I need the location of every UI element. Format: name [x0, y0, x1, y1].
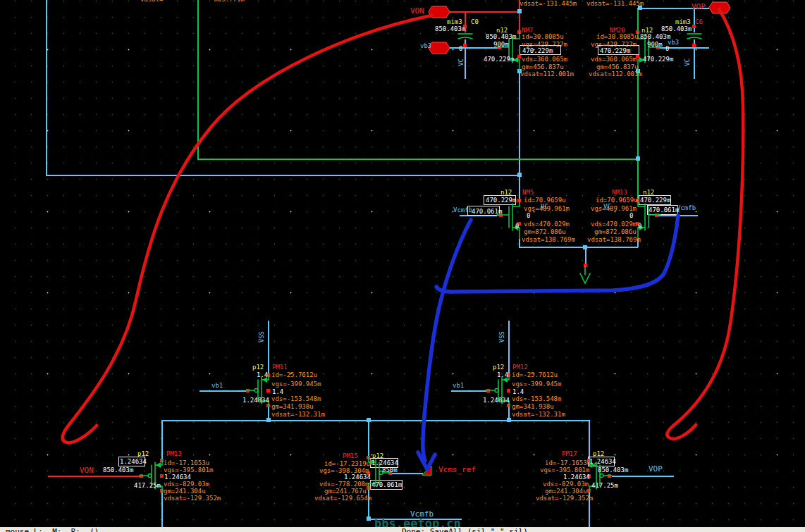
param-label[interactable]: vgs=-395.801m — [164, 466, 213, 474]
wire-junction[interactable] — [266, 418, 271, 422]
value-label[interactable]: 0 — [527, 212, 530, 219]
value-label[interactable]: 850.403m — [103, 466, 133, 474]
param-label[interactable]: gm=456.837u — [522, 63, 564, 70]
param-label[interactable]: gm=872.086u — [594, 228, 637, 235]
param-label[interactable]: vdsat=-131.445m — [586, 0, 644, 7]
wire-segment[interactable] — [612, 476, 674, 477]
value-label[interactable]: 1.24834 — [483, 397, 510, 404]
value-label[interactable]: 470.229m — [600, 47, 630, 54]
value-label[interactable]: 0 — [459, 45, 462, 52]
net-label-vss-left[interactable]: VSS — [258, 331, 265, 342]
pin-vb3[interactable] — [429, 42, 450, 54]
wire-segment[interactable] — [48, 476, 140, 477]
value-label[interactable]: 0 — [515, 223, 519, 230]
value-label[interactable]: 850.403m — [640, 33, 670, 40]
pin-vcms_ref[interactable] — [422, 465, 433, 476]
param-label[interactable]: vds=-153.548m — [271, 395, 321, 402]
value-label[interactable]: 470.061m — [472, 208, 502, 215]
param-label[interactable]: gm=341.938u — [271, 403, 314, 410]
param-label[interactable]: vds=470.029m — [524, 221, 570, 228]
instance-pm12[interactable]: PM12 — [512, 364, 528, 371]
clipped-top-label[interactable]: -805.771m — [210, 0, 245, 3]
value-label[interactable]: 470.229m — [522, 47, 553, 54]
value-label[interactable]: 0 — [665, 45, 669, 52]
net-label-von-bottom[interactable]: VON — [80, 466, 94, 475]
net-label[interactable]: VC — [603, 203, 611, 210]
wire-segment[interactable] — [637, 71, 639, 199]
model-label[interactable]: n12 — [500, 189, 512, 196]
wire-segment[interactable] — [46, 0, 47, 175]
net-label-vss-right[interactable]: VSS — [498, 331, 505, 342]
model-label[interactable]: p12 — [252, 364, 264, 371]
net-label-vcmfb-right[interactable]: Vcmfb — [677, 204, 696, 211]
value-label[interactable]: 1.24834 — [242, 397, 269, 404]
clipped-top-label[interactable]: vdsat= — [140, 0, 164, 3]
wire-segment[interactable] — [199, 390, 246, 392]
ground-arrow-icon[interactable] — [579, 266, 591, 285]
wire-segment[interactable] — [637, 8, 639, 32]
wire-junction[interactable] — [517, 173, 522, 177]
param-label[interactable]: vds=-778.208m — [319, 481, 369, 488]
value-label[interactable]: 470.061m — [649, 206, 679, 214]
param-label[interactable]: vdsat=-132.31m — [512, 411, 565, 418]
wire-segment[interactable] — [161, 420, 163, 459]
transistor-nm13[interactable] — [637, 199, 660, 239]
transistor-nm5[interactable] — [497, 199, 521, 239]
net-label-vcmfb-left[interactable]: Vcmfb — [453, 206, 472, 214]
param-label[interactable]: vds=-153.548m — [512, 395, 561, 402]
value-label[interactable]: 1.24634 — [371, 459, 398, 466]
param-label[interactable]: vdsat=138.769m — [522, 236, 575, 243]
wire-segment[interactable] — [46, 175, 520, 176]
param-label[interactable]: vdsat=-129.352m — [536, 495, 593, 502]
instance-pm13[interactable]: PM13 — [166, 450, 182, 457]
param-label[interactable]: vdsat=-131.445m — [520, 0, 577, 7]
param-label[interactable]: vdsat=138.769m — [587, 236, 641, 243]
device-pin-square[interactable] — [463, 44, 467, 47]
wire-segment[interactable] — [197, 159, 638, 160]
wire-segment[interactable] — [451, 390, 486, 392]
value-label[interactable]: 1.4 — [497, 371, 508, 378]
param-label[interactable]: gm=241.767u — [324, 488, 367, 495]
model-label[interactable]: mim3 — [447, 18, 462, 25]
value-label[interactable]: 1.4 — [272, 388, 283, 395]
param-label[interactable]: vds=360.065m — [522, 56, 567, 63]
net-label[interactable]: VC — [541, 203, 548, 210]
wire-segment[interactable] — [656, 215, 698, 216]
param-label[interactable]: vgs=-399.945m — [512, 381, 561, 388]
wire-junction[interactable] — [583, 245, 587, 249]
value-label[interactable]: 1.24634 — [120, 458, 147, 465]
net-label-vb3-right[interactable]: vb3 — [668, 39, 679, 46]
param-label[interactable]: gm=456.837u — [596, 63, 639, 70]
param-label[interactable]: vdsat=-132.31m — [271, 411, 325, 418]
param-label[interactable]: id=-25.7612u — [512, 371, 558, 378]
wire-segment[interactable] — [519, 247, 638, 248]
net-label-von-top[interactable]: VON — [410, 7, 424, 16]
param-label[interactable]: vdsat=-129.654m — [314, 495, 371, 502]
capacitor-c6[interactable] — [687, 32, 702, 40]
instance-pm11[interactable]: PM11 — [272, 364, 288, 371]
param-label[interactable]: vds=-829.03m — [164, 481, 209, 488]
wire-junction[interactable] — [517, 9, 522, 13]
param-label[interactable]: id=30.8085u — [596, 33, 639, 40]
wire-segment[interactable] — [368, 489, 369, 519]
instance-c0[interactable]: C0 — [471, 18, 479, 25]
wire-segment[interactable] — [161, 492, 163, 527]
value-label[interactable]: 470.229m — [643, 56, 673, 63]
wire-segment[interactable] — [162, 420, 589, 421]
instance-c6[interactable]: C6 — [695, 18, 703, 25]
value-label[interactable]: 850.403m — [486, 33, 516, 40]
wire-junction[interactable] — [507, 418, 511, 422]
value-label[interactable]: 1.24634 — [589, 458, 616, 465]
net-label-vb1-right[interactable]: vb1 — [453, 382, 464, 389]
capacitor-c0[interactable] — [457, 32, 473, 40]
param-label[interactable]: vdsat=-129.352m — [164, 495, 221, 502]
value-label[interactable]: 0 — [629, 212, 633, 219]
wire-segment[interactable] — [519, 175, 520, 199]
param-label[interactable]: vds=360.065m — [591, 56, 637, 63]
instance-pm15[interactable]: PM15 — [343, 452, 358, 459]
param-label[interactable]: vds=-829.03m — [543, 481, 589, 488]
param-label[interactable]: vds=470.029m — [591, 221, 637, 228]
param-label[interactable]: vgs=-399.945m — [271, 381, 321, 388]
param-label[interactable]: gm=872.086u — [524, 228, 566, 235]
net-label-vcms-ref[interactable]: Vcms_ref — [438, 466, 476, 474]
